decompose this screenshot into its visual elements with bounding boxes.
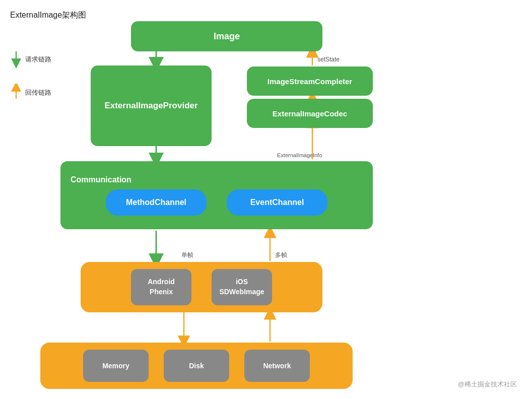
multi-frame-label: 多帧 [275, 251, 287, 258]
android-phenix-node: Android Phenix [131, 269, 191, 305]
request-legend: 请求链路 [11, 50, 51, 69]
memory-node: Memory [83, 350, 149, 382]
platform-node: Android Phenix iOS SDWebImage [81, 262, 322, 312]
single-frame-label: 单帧 [181, 251, 193, 258]
stream-completer-node: ImageStreamCompleter [247, 66, 373, 96]
storage-node: Memory Disk Network [40, 343, 353, 389]
page-title: ExternalImage架构图 [10, 10, 522, 21]
ext-codec-node: ExternalImageCodec [247, 99, 373, 128]
method-channel-node: MethodChannel [106, 189, 207, 216]
callback-legend: 回传链路 [11, 84, 51, 102]
network-node: Network [244, 350, 310, 382]
ext-provider-node: ExternalImageProvider [91, 65, 212, 146]
watermark: @稀土掘金技术社区 [458, 380, 517, 389]
legend: 请求链路 回传链路 [11, 50, 51, 117]
channels-row: MethodChannel EventChannel [71, 189, 363, 216]
ext-image-info-label: ExternalImageInfo [277, 152, 322, 158]
communication-node: Communication MethodChannel EventChannel [60, 161, 373, 229]
event-channel-node: EventChannel [227, 189, 327, 216]
set-state-label: setState [317, 56, 340, 63]
diagram-container: ExternalImage架构图 请求链路 [0, 0, 532, 399]
image-node: Image [131, 21, 322, 51]
disk-node: Disk [164, 350, 229, 382]
image-row: Image [60, 21, 393, 51]
ios-sdwebimage-node: iOS SDWebImage [212, 269, 272, 305]
